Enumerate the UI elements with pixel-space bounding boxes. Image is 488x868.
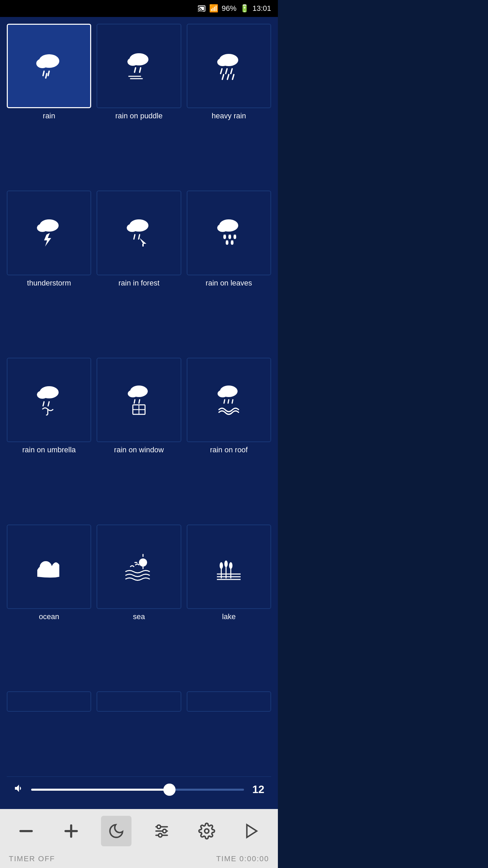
lake-icon — [212, 550, 246, 584]
svg-line-24 — [134, 235, 135, 239]
sound-label-rain-on-puddle: rain on puddle — [115, 112, 162, 120]
svg-line-38 — [139, 400, 140, 403]
rain-umbrella-icon — [32, 383, 66, 417]
sound-label-rain-on-window: rain on window — [114, 446, 164, 454]
sound-tile-rain-on-roof[interactable] — [187, 358, 271, 442]
plus-button[interactable] — [56, 816, 86, 846]
volume-bar: 12 — [7, 776, 271, 802]
svg-line-8 — [140, 68, 141, 72]
svg-line-37 — [134, 400, 135, 403]
rain-roof-icon — [212, 383, 246, 417]
svg-point-53 — [220, 562, 223, 569]
sound-tile-rain-on-umbrella[interactable] — [7, 358, 91, 442]
sound-label-rain-on-umbrella: rain on umbrella — [22, 446, 76, 454]
sound-tile-rain-on-window[interactable] — [97, 358, 181, 442]
svg-marker-71 — [247, 825, 257, 837]
svg-line-17 — [227, 75, 229, 79]
rain-forest-icon — [122, 216, 156, 250]
rain-puddle-icon — [122, 49, 156, 83]
sound-item-rain[interactable]: rain — [7, 24, 91, 185]
sound-grid: rain rain on puddle — [7, 24, 271, 776]
status-bar: 📶 96% 🔋 13:01 — [0, 0, 278, 17]
thunderstorm-icon — [32, 216, 66, 250]
timer-off-label: TIMER OFF — [9, 854, 55, 863]
sound-label-rain-on-roof: rain on roof — [210, 446, 248, 454]
mixer-button[interactable] — [146, 816, 177, 846]
rain-icon — [32, 49, 66, 83]
clock: 13:01 — [252, 4, 271, 13]
sound-item-thunderstorm[interactable]: thunderstorm — [7, 191, 91, 352]
volume-value: 12 — [251, 783, 264, 796]
sound-item-rain-on-puddle[interactable]: rain on puddle — [97, 24, 181, 185]
svg-point-65 — [157, 825, 160, 828]
svg-line-45 — [228, 400, 229, 403]
svg-point-29 — [217, 224, 228, 232]
battery-percent: 96% — [222, 4, 237, 13]
minus-icon — [18, 823, 35, 840]
sound-item-rain-on-leaves[interactable]: rain on leaves — [187, 191, 271, 352]
sound-item-rain-on-roof[interactable]: rain on roof — [187, 358, 271, 519]
sound-item-lake[interactable]: lake — [187, 525, 271, 686]
svg-rect-27 — [142, 244, 144, 246]
control-buttons — [3, 816, 274, 852]
main-content: rain rain on puddle — [0, 17, 278, 809]
settings-button[interactable] — [191, 816, 222, 846]
minus-button[interactable] — [11, 816, 41, 846]
volume-icon — [14, 783, 24, 796]
sound-tile-sea[interactable] — [97, 525, 181, 609]
sound-tile-rain-on-leaves[interactable] — [187, 191, 271, 275]
svg-line-7 — [135, 68, 136, 72]
sound-tile-heavy-rain[interactable] — [187, 24, 271, 108]
slider-fill — [31, 789, 169, 791]
sound-item-extra3[interactable] — [187, 691, 271, 776]
sound-item-ocean[interactable]: ocean — [7, 525, 91, 686]
svg-line-44 — [224, 400, 225, 403]
slider-thumb[interactable] — [163, 784, 176, 796]
sound-label-sea: sea — [133, 612, 145, 621]
sound-tile-extra3[interactable] — [187, 691, 271, 712]
volume-slider[interactable] — [31, 789, 244, 791]
sound-item-rain-on-window[interactable]: rain on window — [97, 358, 181, 519]
sound-item-rain-on-umbrella[interactable]: rain on umbrella — [7, 358, 91, 519]
svg-point-12 — [217, 58, 228, 66]
svg-point-55 — [224, 560, 228, 567]
svg-line-13 — [221, 69, 222, 74]
svg-line-15 — [231, 69, 232, 74]
svg-point-20 — [37, 224, 48, 232]
sound-tile-extra1[interactable] — [7, 691, 91, 712]
sound-tile-ocean[interactable] — [7, 525, 91, 609]
sound-item-extra1[interactable] — [7, 691, 91, 776]
sound-item-rain-in-forest[interactable]: rain in forest — [97, 191, 181, 352]
svg-point-57 — [229, 562, 232, 569]
sound-label-heavy-rain: heavy rain — [212, 112, 246, 120]
rain-window-icon — [122, 383, 156, 417]
sleep-button[interactable] — [101, 816, 131, 846]
plus-icon — [63, 823, 80, 840]
svg-point-6 — [127, 58, 138, 66]
svg-line-46 — [232, 400, 233, 403]
sound-tile-rain-in-forest[interactable] — [97, 191, 181, 275]
sound-label-thunderstorm: thunderstorm — [27, 279, 71, 288]
time-display: TIME 0:00:00 — [216, 854, 269, 863]
svg-line-2 — [43, 71, 44, 76]
sound-tile-lake[interactable] — [187, 525, 271, 609]
svg-point-48 — [139, 558, 147, 567]
sound-item-extra2[interactable] — [97, 691, 181, 776]
svg-line-3 — [48, 71, 49, 76]
svg-point-67 — [163, 829, 166, 833]
play-button[interactable] — [237, 816, 267, 846]
cast-icon — [198, 4, 206, 13]
svg-marker-21 — [44, 233, 51, 246]
sound-tile-rain-on-puddle[interactable] — [97, 24, 181, 108]
battery-icon: 🔋 — [240, 4, 249, 13]
sound-tile-thunderstorm[interactable] — [7, 191, 91, 275]
svg-point-31 — [37, 391, 48, 399]
sound-item-heavy-rain[interactable]: heavy rain — [187, 24, 271, 185]
sound-tile-extra2[interactable] — [97, 691, 181, 712]
sound-tile-rain[interactable] — [7, 24, 91, 108]
svg-line-16 — [222, 75, 224, 79]
sound-item-sea[interactable]: sea — [97, 525, 181, 686]
svg-marker-26 — [140, 238, 146, 244]
svg-point-36 — [128, 390, 138, 397]
sound-label-rain-in-forest: rain in forest — [118, 279, 159, 288]
